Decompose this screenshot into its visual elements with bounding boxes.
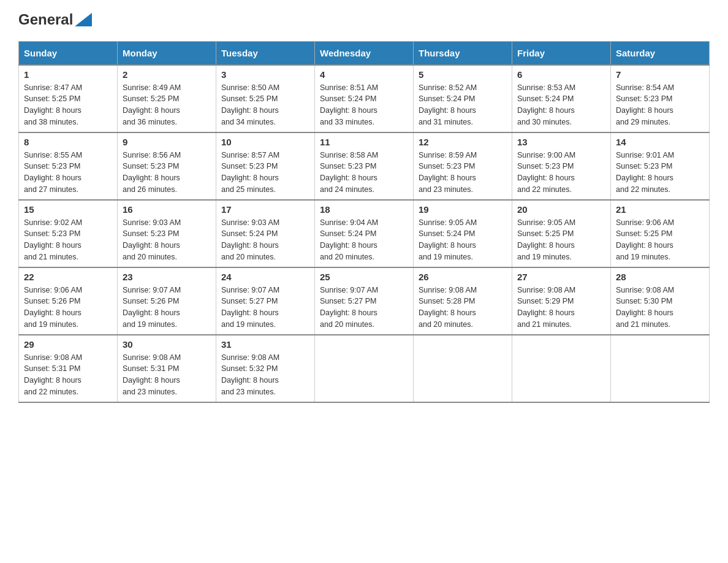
day-info: Sunrise: 9:01 AM Sunset: 5:23 PM Dayligh… [616,151,674,194]
day-number: 8 [24,137,112,147]
calendar-cell: 19 Sunrise: 9:05 AM Sunset: 5:24 PM Dayl… [414,200,512,267]
day-number: 14 [616,137,704,147]
calendar-cell: 2 Sunrise: 8:49 AM Sunset: 5:25 PM Dayli… [118,65,216,132]
day-info: Sunrise: 9:08 AM Sunset: 5:29 PM Dayligh… [517,286,575,329]
calendar-cell: 6 Sunrise: 8:53 AM Sunset: 5:24 PM Dayli… [512,65,611,132]
day-number: 20 [517,204,605,215]
calendar-cell: 15 Sunrise: 9:02 AM Sunset: 5:23 PM Dayl… [19,200,118,267]
day-number: 4 [320,69,408,80]
calendar-week-row: 1 Sunrise: 8:47 AM Sunset: 5:25 PM Dayli… [19,65,710,132]
calendar-cell: 25 Sunrise: 9:07 AM Sunset: 5:27 PM Dayl… [315,267,414,335]
calendar-week-row: 15 Sunrise: 9:02 AM Sunset: 5:23 PM Dayl… [19,200,710,267]
day-info: Sunrise: 8:50 AM Sunset: 5:25 PM Dayligh… [221,83,279,126]
day-number: 17 [221,204,309,215]
day-info: Sunrise: 9:03 AM Sunset: 5:23 PM Dayligh… [123,218,181,261]
calendar-cell [315,335,414,402]
day-number: 7 [616,69,704,80]
calendar-header-tuesday: Tuesday [216,41,315,65]
day-number: 25 [320,272,408,282]
calendar-cell: 29 Sunrise: 9:08 AM Sunset: 5:31 PM Dayl… [19,335,118,402]
day-info: Sunrise: 9:06 AM Sunset: 5:26 PM Dayligh… [24,286,82,329]
calendar-table: SundayMondayTuesdayWednesdayThursdayFrid… [18,41,710,403]
day-info: Sunrise: 9:07 AM Sunset: 5:27 PM Dayligh… [221,286,279,329]
logo-line1: General [18,11,92,28]
calendar-cell: 30 Sunrise: 9:08 AM Sunset: 5:31 PM Dayl… [118,335,216,402]
calendar-cell: 10 Sunrise: 8:57 AM Sunset: 5:23 PM Dayl… [216,132,315,200]
calendar-cell: 24 Sunrise: 9:07 AM Sunset: 5:27 PM Dayl… [216,267,315,335]
calendar-cell: 31 Sunrise: 9:08 AM Sunset: 5:32 PM Dayl… [216,335,315,402]
day-info: Sunrise: 8:57 AM Sunset: 5:23 PM Dayligh… [221,151,279,194]
day-info: Sunrise: 8:53 AM Sunset: 5:24 PM Dayligh… [517,83,575,126]
day-number: 31 [221,339,309,350]
day-info: Sunrise: 8:55 AM Sunset: 5:23 PM Dayligh… [24,151,82,194]
day-info: Sunrise: 9:08 AM Sunset: 5:30 PM Dayligh… [616,286,674,329]
calendar-cell [512,335,611,402]
day-info: Sunrise: 9:07 AM Sunset: 5:27 PM Dayligh… [320,286,378,329]
day-info: Sunrise: 8:52 AM Sunset: 5:24 PM Dayligh… [419,83,477,126]
day-info: Sunrise: 9:03 AM Sunset: 5:24 PM Dayligh… [221,218,279,261]
calendar-cell: 9 Sunrise: 8:56 AM Sunset: 5:23 PM Dayli… [118,132,216,200]
calendar-week-row: 29 Sunrise: 9:08 AM Sunset: 5:31 PM Dayl… [19,335,710,402]
calendar-cell: 3 Sunrise: 8:50 AM Sunset: 5:25 PM Dayli… [216,65,315,132]
day-info: Sunrise: 8:51 AM Sunset: 5:24 PM Dayligh… [320,83,378,126]
calendar-header-sunday: Sunday [19,41,118,65]
calendar-header-monday: Monday [118,41,216,65]
day-info: Sunrise: 8:47 AM Sunset: 5:25 PM Dayligh… [24,83,82,126]
calendar-cell [611,335,710,402]
day-info: Sunrise: 9:04 AM Sunset: 5:24 PM Dayligh… [320,218,378,261]
day-info: Sunrise: 9:05 AM Sunset: 5:24 PM Dayligh… [419,218,477,261]
page-header: General [18,12,710,29]
calendar-cell: 8 Sunrise: 8:55 AM Sunset: 5:23 PM Dayli… [19,132,118,200]
logo-text: General [18,12,92,29]
calendar-cell: 23 Sunrise: 9:07 AM Sunset: 5:26 PM Dayl… [118,267,216,335]
calendar-cell: 16 Sunrise: 9:03 AM Sunset: 5:23 PM Dayl… [118,200,216,267]
calendar-header-saturday: Saturday [611,41,710,65]
calendar-cell [414,335,512,402]
calendar-cell: 13 Sunrise: 9:00 AM Sunset: 5:23 PM Dayl… [512,132,611,200]
day-info: Sunrise: 8:54 AM Sunset: 5:23 PM Dayligh… [616,83,674,126]
day-info: Sunrise: 9:06 AM Sunset: 5:25 PM Dayligh… [616,218,674,261]
calendar-cell: 28 Sunrise: 9:08 AM Sunset: 5:30 PM Dayl… [611,267,710,335]
calendar-week-row: 22 Sunrise: 9:06 AM Sunset: 5:26 PM Dayl… [19,267,710,335]
day-number: 10 [221,137,309,147]
day-number: 1 [24,69,112,80]
day-number: 18 [320,204,408,215]
calendar-cell: 17 Sunrise: 9:03 AM Sunset: 5:24 PM Dayl… [216,200,315,267]
calendar-header-thursday: Thursday [414,41,512,65]
day-number: 6 [517,69,605,80]
day-info: Sunrise: 9:08 AM Sunset: 5:32 PM Dayligh… [221,353,279,396]
day-info: Sunrise: 9:05 AM Sunset: 5:25 PM Dayligh… [517,218,575,261]
calendar-cell: 11 Sunrise: 8:58 AM Sunset: 5:23 PM Dayl… [315,132,414,200]
calendar-cell: 4 Sunrise: 8:51 AM Sunset: 5:24 PM Dayli… [315,65,414,132]
day-info: Sunrise: 8:56 AM Sunset: 5:23 PM Dayligh… [123,151,181,194]
svg-marker-0 [75,13,92,26]
day-number: 16 [123,204,211,215]
calendar-header-wednesday: Wednesday [315,41,414,65]
day-info: Sunrise: 9:08 AM Sunset: 5:28 PM Dayligh… [419,286,477,329]
day-info: Sunrise: 9:07 AM Sunset: 5:26 PM Dayligh… [123,286,181,329]
logo: General [18,12,92,29]
calendar-week-row: 8 Sunrise: 8:55 AM Sunset: 5:23 PM Dayli… [19,132,710,200]
calendar-cell: 7 Sunrise: 8:54 AM Sunset: 5:23 PM Dayli… [611,65,710,132]
day-number: 9 [123,137,211,147]
day-number: 22 [24,272,112,282]
day-number: 12 [419,137,507,147]
day-number: 19 [419,204,507,215]
day-number: 13 [517,137,605,147]
calendar-cell: 12 Sunrise: 8:59 AM Sunset: 5:23 PM Dayl… [414,132,512,200]
calendar-cell: 5 Sunrise: 8:52 AM Sunset: 5:24 PM Dayli… [414,65,512,132]
calendar-cell: 27 Sunrise: 9:08 AM Sunset: 5:29 PM Dayl… [512,267,611,335]
day-number: 30 [123,339,211,350]
day-number: 3 [221,69,309,80]
day-number: 15 [24,204,112,215]
day-number: 27 [517,272,605,282]
calendar-cell: 20 Sunrise: 9:05 AM Sunset: 5:25 PM Dayl… [512,200,611,267]
day-info: Sunrise: 8:49 AM Sunset: 5:25 PM Dayligh… [123,83,181,126]
calendar-cell: 14 Sunrise: 9:01 AM Sunset: 5:23 PM Dayl… [611,132,710,200]
day-number: 26 [419,272,507,282]
calendar-header-row: SundayMondayTuesdayWednesdayThursdayFrid… [19,41,710,65]
day-info: Sunrise: 9:00 AM Sunset: 5:23 PM Dayligh… [517,151,575,194]
calendar-cell: 26 Sunrise: 9:08 AM Sunset: 5:28 PM Dayl… [414,267,512,335]
day-number: 28 [616,272,704,282]
calendar-cell: 22 Sunrise: 9:06 AM Sunset: 5:26 PM Dayl… [19,267,118,335]
